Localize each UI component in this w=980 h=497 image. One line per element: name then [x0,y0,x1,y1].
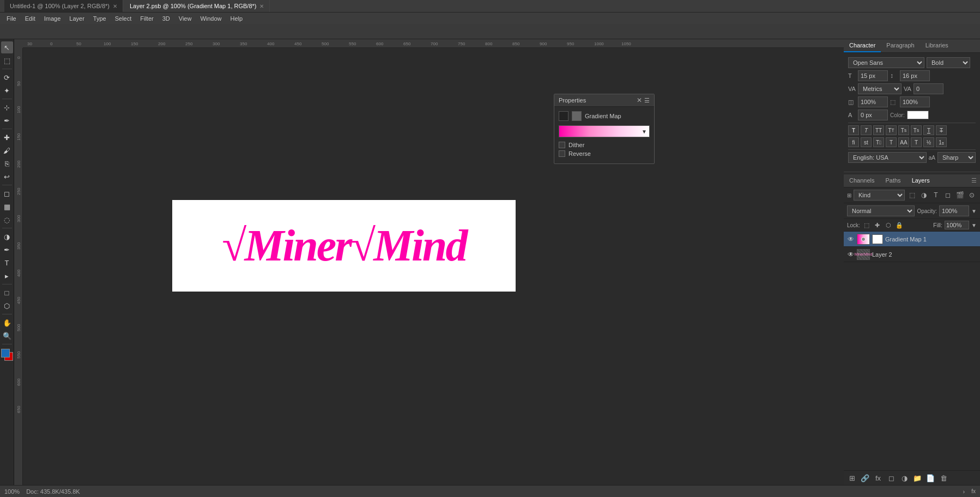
filter-pixel-icon[interactable]: ⬚ [907,190,917,200]
tool-dodge[interactable]: ◑ [1,231,13,243]
layer-effects-btn[interactable]: fx [873,473,883,483]
layer-item-gradient-map[interactable]: 👁 Gradient Map 1 [844,232,980,247]
tool-selection[interactable]: ⬚ [1,54,13,66]
format-ord[interactable]: T [886,137,897,147]
properties-menu-btn[interactable]: ☰ [644,97,650,104]
gradient-dark-swatch[interactable] [559,111,568,121]
tool-brush[interactable]: 🖌 [1,144,13,156]
menu-filter[interactable]: Filter [136,14,158,23]
new-layer-btn[interactable]: 📄 [925,473,935,483]
format-st[interactable]: st [861,137,872,147]
menu-layer[interactable]: Layer [65,14,89,23]
kerning-input[interactable] [914,83,943,94]
tool-path-select[interactable]: ▸ [1,270,13,282]
tool-pen[interactable]: ✒ [1,244,13,256]
format-italic[interactable]: T [861,125,872,135]
scale-h-input[interactable] [858,96,888,107]
forward-btn[interactable]: › [963,488,965,495]
tool-eraser[interactable]: ◻ [1,187,13,199]
fill-input[interactable] [945,221,969,229]
gradient-gray-swatch[interactable] [572,111,582,121]
menu-view[interactable]: View [174,14,196,23]
tab-channels[interactable]: Channels [844,174,880,187]
tool-gradient[interactable]: ▦ [1,201,13,213]
lock-artboard-btn[interactable]: ⬡ [884,221,893,229]
tool-heal[interactable]: ✚ [1,131,13,143]
layer-group-btn[interactable]: 📁 [912,473,922,483]
text-color-swatch[interactable] [907,111,929,119]
format-disc[interactable]: T⃝ [873,137,884,147]
layer-item-layer2[interactable]: 👁 MinerMind Layer 2 [844,247,980,262]
scale-v-input[interactable] [900,96,930,107]
dither-checkbox[interactable] [559,142,565,148]
layers-panel-menu[interactable]: ☰ [968,174,980,187]
format-strikethrough[interactable]: T [936,125,947,135]
layer-visibility-layer2[interactable]: 👁 [847,251,855,258]
tool-magic-wand[interactable]: ✦ [1,84,13,96]
leading-input[interactable] [900,70,930,81]
anti-alias-select[interactable]: Sharp [937,152,976,163]
font-size-input[interactable] [858,70,888,81]
menu-window[interactable]: Window [196,14,226,23]
language-select[interactable]: English: USA [848,152,927,163]
filter-shape-icon[interactable]: ◻ [943,190,953,200]
reverse-checkbox[interactable] [559,150,565,157]
format-bold[interactable]: T [848,125,859,135]
layers-filter-select[interactable]: Kind [854,190,905,201]
tool-zoom[interactable]: 🔍 [1,330,13,342]
tool-lasso[interactable]: ⟳ [1,71,13,83]
menu-3d[interactable]: 3D [158,14,174,23]
foreground-color[interactable] [1,349,10,357]
tab-layer2[interactable]: Layer 2.psb @ 100% (Gradient Map 1, RGB/… [124,0,270,12]
format-underline[interactable]: T [923,125,934,135]
menu-edit[interactable]: Edit [21,14,40,23]
format-smallcaps[interactable]: TT [886,125,897,135]
baseline-input[interactable] [858,110,888,120]
tab-close-untitled[interactable]: ✕ [113,3,117,9]
menu-image[interactable]: Image [40,14,65,23]
lock-move-btn[interactable]: ✚ [873,221,882,229]
tool-eyedropper[interactable]: ✒ [1,114,13,126]
tool-crop[interactable]: ⊹ [1,101,13,113]
add-artboard-btn[interactable]: ⊞ [847,473,857,483]
filter-adj-icon[interactable]: ◑ [919,190,929,200]
blend-mode-select[interactable]: Normal [847,205,915,216]
tool-clone[interactable]: ⎘ [1,157,13,169]
format-allcaps[interactable]: TT [873,125,884,135]
format-aa[interactable]: AA [898,137,909,147]
filter-smart-icon[interactable]: 🎬 [955,190,965,200]
opacity-arrow[interactable]: ▼ [971,208,977,214]
menu-file[interactable]: File [2,14,21,23]
tool-type[interactable]: T [1,257,13,269]
tracking-select[interactable]: Metrics [858,83,902,94]
layer-visibility-gradient-map[interactable]: 👁 [847,235,855,243]
format-frac[interactable]: ½ [923,137,934,147]
tool-shape[interactable]: □ [1,287,13,299]
delete-layer-btn[interactable]: 🗑 [939,473,948,483]
tool-history-brush[interactable]: ↩ [1,171,13,183]
format-num[interactable]: T [911,137,922,147]
add-mask-btn[interactable]: ◻ [886,473,896,483]
font-family-select[interactable]: Open Sans [848,57,924,68]
tool-move[interactable]: ↖ [1,41,13,53]
properties-close-btn[interactable]: ✕ [637,96,642,104]
tab-libraries[interactable]: Libraries [920,39,954,52]
tab-layers[interactable]: Layers [906,174,935,187]
tab-character[interactable]: Character [844,39,881,52]
tab-close-layer2[interactable]: ✕ [259,3,264,9]
tab-paths[interactable]: Paths [880,174,906,187]
tool-hand[interactable]: ✋ [1,317,13,329]
menu-select[interactable]: Select [111,14,136,23]
color-picker[interactable] [1,349,13,361]
lock-all-btn[interactable]: 🔒 [895,221,904,229]
filter-type-icon[interactable]: T [931,190,941,200]
format-sub[interactable]: Ts [911,125,922,135]
tool-blur[interactable]: ◌ [1,214,13,226]
menu-help[interactable]: Help [226,14,247,23]
lock-pixel-btn[interactable]: ⬚ [862,221,871,229]
filter-toggle-icon[interactable]: ⊙ [967,190,977,200]
adjustment-layer-btn[interactable]: ◑ [899,473,909,483]
font-style-select[interactable]: Bold [927,57,970,68]
link-layers-btn[interactable]: 🔗 [860,473,870,483]
tool-3d[interactable]: ⬡ [1,300,13,312]
